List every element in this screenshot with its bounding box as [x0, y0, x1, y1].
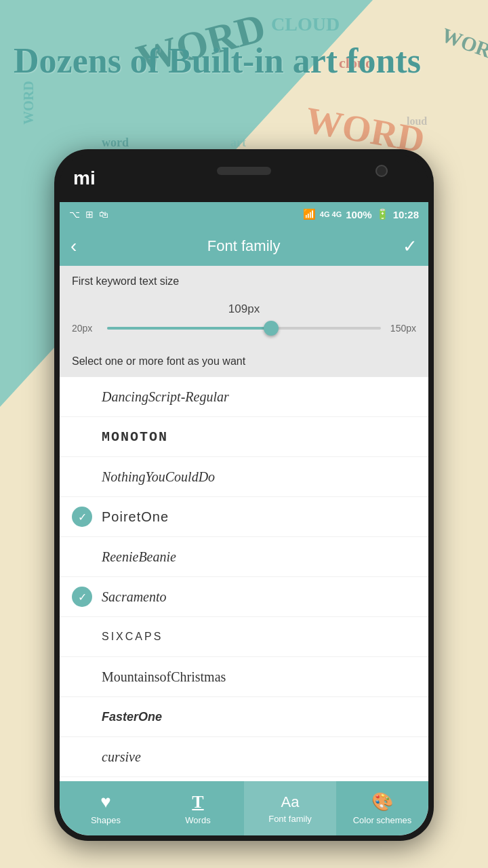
slider-track[interactable]	[107, 327, 381, 330]
network-icons: 4G 4G	[320, 210, 342, 218]
nav-label-shapes: Shapes	[91, 815, 121, 825]
check-indicator	[72, 427, 92, 447]
sync-icon: ⊞	[85, 209, 94, 220]
words-icon: T	[192, 792, 203, 812]
list-item[interactable]: ✓ Sacramento	[60, 577, 428, 617]
status-icons-left: ⌥ ⊞ 🛍	[69, 209, 108, 220]
nav-label-words: Words	[185, 815, 210, 825]
list-item[interactable]: SixCaps	[60, 617, 428, 657]
font-name: FasterOne	[102, 710, 162, 724]
check-indicator	[72, 467, 92, 487]
nav-item-colorschemes[interactable]: 🎨 Color schemes	[336, 781, 428, 835]
bg-word: word	[102, 136, 129, 150]
bg-word: WORD	[439, 23, 488, 67]
usb-icon: ⌥	[69, 209, 80, 220]
nav-item-fontfamily[interactable]: Aa Font family	[244, 781, 336, 835]
slider-fill	[107, 327, 271, 330]
shapes-icon: ♥	[100, 791, 110, 812]
shop-icon: 🛍	[99, 209, 108, 220]
content-area: First keyword text size 109px 20px 150px…	[60, 266, 428, 781]
font-name: MountainsofChristmas	[102, 669, 226, 685]
mi-logo: mi	[73, 167, 96, 189]
font-name: MONOTON	[102, 429, 168, 445]
nav-item-words[interactable]: T Words	[152, 781, 244, 835]
check-indicator	[72, 667, 92, 687]
list-item[interactable]: DancingScript-Regular	[60, 377, 428, 417]
font-select-header: Select one or more font as you want	[60, 346, 428, 377]
font-name: NothingYouCouldDo	[102, 469, 215, 485]
font-name: cursive	[102, 749, 141, 765]
wifi-icon: 📶	[303, 208, 316, 220]
nav-label-fontfamily: Font family	[268, 814, 312, 824]
check-indicator	[72, 747, 92, 767]
battery-percent: 100%	[346, 209, 371, 220]
bg-word: WORD	[21, 81, 37, 124]
list-item[interactable]: NothingYouCouldDo	[60, 457, 428, 497]
slider-min: 20px	[72, 323, 99, 334]
status-bar: ⌥ ⊞ 🛍 📶 4G 4G 100% 🔋 10:28	[60, 202, 428, 226]
font-name: DancingScript-Regular	[102, 389, 229, 405]
list-item[interactable]: ReenieBeanie	[60, 537, 428, 577]
check-indicator-selected: ✓	[72, 507, 92, 527]
bg-word: CLOUD	[271, 14, 340, 35]
clock: 10:28	[393, 209, 419, 220]
phone-top-bar: mi	[60, 155, 428, 202]
slider-section: 109px 20px 150px	[60, 297, 428, 346]
list-item[interactable]: FasterOne	[60, 697, 428, 737]
bg-title: Dozens of Built-in art fonts	[14, 41, 421, 81]
bg-word: art	[230, 136, 246, 150]
slider-value: 109px	[72, 302, 416, 316]
bg-word: loud	[407, 115, 427, 127]
colorschemes-icon: 🎨	[371, 791, 393, 812]
check-indicator	[72, 627, 92, 647]
list-item[interactable]: MONOTON	[60, 417, 428, 457]
font-name: Sacramento	[102, 589, 167, 605]
slider-max: 150px	[389, 323, 416, 334]
list-item[interactable]: cursive	[60, 737, 428, 777]
font-name: SixCaps	[102, 631, 163, 643]
back-button[interactable]: ‹	[70, 235, 77, 257]
nav-label-colorschemes: Color schemes	[353, 815, 412, 825]
phone-inner: mi ⌥ ⊞ 🛍 📶 4G 4G 100% 🔋 10:28	[60, 155, 428, 835]
status-right: 📶 4G 4G 100% 🔋 10:28	[303, 208, 419, 220]
slider-thumb[interactable]	[264, 321, 279, 336]
phone-speaker	[217, 167, 271, 175]
font-list: DancingScript-Regular MONOTON NothingYou…	[60, 377, 428, 781]
bottom-nav: ♥ Shapes T Words Aa Font family 🎨 Color …	[60, 781, 428, 835]
screen: ⌥ ⊞ 🛍 📶 4G 4G 100% 🔋 10:28 ‹ Font family…	[60, 202, 428, 835]
check-indicator	[72, 387, 92, 407]
font-name: ReenieBeanie	[102, 549, 176, 565]
confirm-button[interactable]: ✓	[403, 236, 418, 257]
check-indicator	[72, 707, 92, 727]
list-item[interactable]: ✓ PoiretOne	[60, 497, 428, 537]
app-bar: ‹ Font family ✓	[60, 226, 428, 266]
check-indicator-selected: ✓	[72, 587, 92, 607]
list-item[interactable]: MountainsofChristmas	[60, 657, 428, 697]
check-indicator	[72, 547, 92, 567]
fontfamily-icon: Aa	[281, 793, 300, 811]
slider-row: 20px 150px	[72, 323, 416, 334]
font-name: PoiretOne	[102, 509, 169, 525]
nav-item-shapes[interactable]: ♥ Shapes	[60, 781, 152, 835]
battery-icon: 🔋	[376, 208, 389, 220]
app-bar-title: Font family	[85, 237, 403, 255]
keyword-size-label: First keyword text size	[60, 266, 428, 297]
phone-camera	[375, 165, 388, 177]
phone-frame: mi ⌥ ⊞ 🛍 📶 4G 4G 100% 🔋 10:28	[54, 149, 434, 841]
